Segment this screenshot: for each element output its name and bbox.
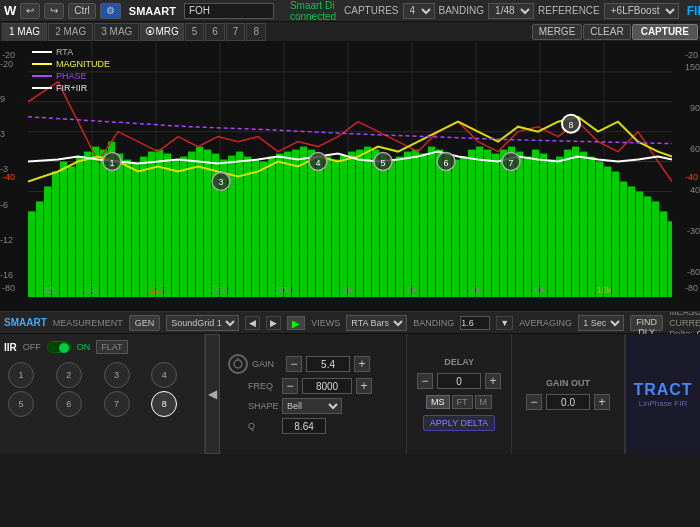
- apply-delta-button[interactable]: APPLY DELTA: [423, 415, 495, 431]
- svg-text:16k: 16k: [597, 285, 612, 295]
- current-label: CURRENT:: [669, 318, 700, 328]
- svg-text:1K: 1K: [342, 285, 353, 295]
- svg-rect-29: [132, 164, 139, 297]
- banding-down-button[interactable]: ▼: [496, 316, 513, 330]
- iir-flat-button[interactable]: FLAT: [96, 340, 127, 354]
- banding-select[interactable]: 1/48: [488, 3, 534, 19]
- node-grid: 1 2 3 4 5 6 7 8: [4, 358, 200, 421]
- tab-3mag[interactable]: 3 MAG: [94, 23, 139, 41]
- node-3[interactable]: 3: [104, 362, 130, 388]
- foh-input[interactable]: [184, 3, 274, 19]
- delay-minus-button[interactable]: −: [417, 373, 433, 389]
- smaart-bottom-label: SMAART: [4, 317, 47, 328]
- top-bar: W ↩ ↪ Ctrl ⚙ SMAART Smaart Di connected …: [0, 0, 700, 22]
- ms-button[interactable]: MS: [426, 395, 450, 409]
- svg-rect-20: [60, 162, 67, 297]
- tab-7[interactable]: 7: [226, 23, 246, 41]
- iir-off-label: OFF: [23, 342, 41, 352]
- node-6[interactable]: 6: [56, 391, 82, 417]
- gain-plus-button[interactable]: +: [354, 356, 370, 372]
- source-select[interactable]: SoundGrid 1: [166, 315, 239, 331]
- y-axis-left: -20 9 3 -3 -6 -12 -16: [0, 42, 28, 297]
- nav-left-iir[interactable]: ◀: [205, 334, 220, 454]
- banding-bottom-label: BANDING: [413, 318, 454, 328]
- averaging-select[interactable]: 1 Sec: [578, 315, 624, 331]
- tab-6[interactable]: 6: [205, 23, 225, 41]
- node-8[interactable]: 8: [151, 391, 177, 417]
- node-2[interactable]: 2: [56, 362, 82, 388]
- shape-select[interactable]: Bell: [282, 398, 342, 414]
- gain-out-minus-button[interactable]: −: [526, 394, 542, 410]
- svg-text:63: 63: [87, 285, 97, 295]
- node-power-button[interactable]: [228, 354, 248, 374]
- tab-bar: 1 MAG 2 MAG 3 MAG ⦿MRG 5 6 7 8 MERGE CLE…: [0, 22, 700, 42]
- gain-out-input[interactable]: 0.0: [546, 394, 590, 410]
- averaging-label: AVERAGING: [519, 318, 572, 328]
- prev-button[interactable]: ◀: [245, 316, 260, 330]
- freq-minus-button[interactable]: −: [282, 378, 298, 394]
- play-button[interactable]: ▶: [287, 316, 305, 330]
- svg-rect-66: [428, 147, 435, 297]
- next-button[interactable]: ▶: [266, 316, 281, 330]
- svg-rect-34: [172, 160, 179, 297]
- node-1[interactable]: 1: [8, 362, 34, 388]
- views-select[interactable]: RTA Bars: [346, 315, 407, 331]
- svg-rect-67: [436, 150, 443, 297]
- chart-legend: RTA MAGNITUDE PHASE FIR+IIR: [32, 47, 110, 93]
- m-button[interactable]: M: [475, 395, 493, 409]
- svg-rect-28: [124, 160, 131, 297]
- tab-2mag[interactable]: 2 MAG: [48, 23, 93, 41]
- tract-sub-label: LinPhase FIR: [639, 399, 687, 408]
- delay-input[interactable]: 0: [437, 373, 481, 389]
- svg-rect-65: [420, 154, 427, 297]
- capture-button[interactable]: CAPTURE: [632, 24, 698, 40]
- connection-status: Smaart Di connected: [290, 0, 336, 22]
- node-5[interactable]: 5: [8, 391, 34, 417]
- delay-title: DELAY: [444, 357, 474, 367]
- ft-button[interactable]: FT: [452, 395, 473, 409]
- gain-label: GAIN: [252, 359, 282, 369]
- delay-plus-button[interactable]: +: [485, 373, 501, 389]
- svg-text:250: 250: [213, 285, 228, 295]
- gain-input[interactable]: 5.4: [306, 356, 350, 372]
- svg-rect-21: [68, 167, 75, 297]
- reference-select[interactable]: +6LFBoost: [604, 3, 679, 19]
- node-4[interactable]: 4: [151, 362, 177, 388]
- settings-button[interactable]: ⚙: [100, 3, 121, 19]
- svg-rect-80: [540, 154, 547, 297]
- freq-plus-button[interactable]: +: [356, 378, 372, 394]
- find-dly-button[interactable]: FIND DLY: [630, 315, 663, 331]
- iir-controls: IIR OFF ON FLAT 1 2 3 4 5 6 7 8: [0, 334, 205, 454]
- tab-8[interactable]: 8: [246, 23, 266, 41]
- undo-button[interactable]: ↩: [20, 3, 40, 19]
- banding-input[interactable]: [460, 316, 490, 330]
- y-axis-right: 150 90 60 40 -30 -80: [672, 42, 700, 297]
- svg-rect-50: [300, 147, 307, 297]
- legend-magnitude-line: [32, 63, 52, 65]
- gain-minus-button[interactable]: −: [286, 356, 302, 372]
- svg-text:3: 3: [218, 177, 223, 187]
- gain-out-plus-button[interactable]: +: [594, 394, 610, 410]
- redo-button[interactable]: ↪: [44, 3, 64, 19]
- svg-rect-90: [620, 181, 627, 297]
- clear-button[interactable]: CLEAR: [583, 24, 630, 40]
- banding-label: BANDING: [439, 5, 485, 16]
- svg-text:32: 32: [43, 285, 53, 295]
- tab-1mag[interactable]: 1 MAG: [2, 23, 47, 41]
- gen-button[interactable]: GEN: [129, 315, 161, 331]
- captures-select[interactable]: 4: [403, 3, 435, 19]
- merge-button[interactable]: MERGE: [532, 24, 583, 40]
- ctrl-button[interactable]: Ctrl: [68, 3, 96, 19]
- legend-magnitude-label: MAGNITUDE: [56, 59, 110, 69]
- svg-rect-52: [316, 154, 323, 297]
- tab-5[interactable]: 5: [185, 23, 205, 41]
- iir-toggle[interactable]: [47, 341, 71, 353]
- views-label: VIEWS: [311, 318, 340, 328]
- svg-rect-56: [348, 152, 355, 297]
- svg-rect-38: [204, 150, 211, 297]
- shape-label: SHAPE: [248, 401, 278, 411]
- node-7[interactable]: 7: [104, 391, 130, 417]
- q-input[interactable]: 8.64: [282, 418, 326, 434]
- tab-mrg[interactable]: ⦿MRG: [140, 23, 183, 41]
- freq-input[interactable]: 8000: [302, 378, 352, 394]
